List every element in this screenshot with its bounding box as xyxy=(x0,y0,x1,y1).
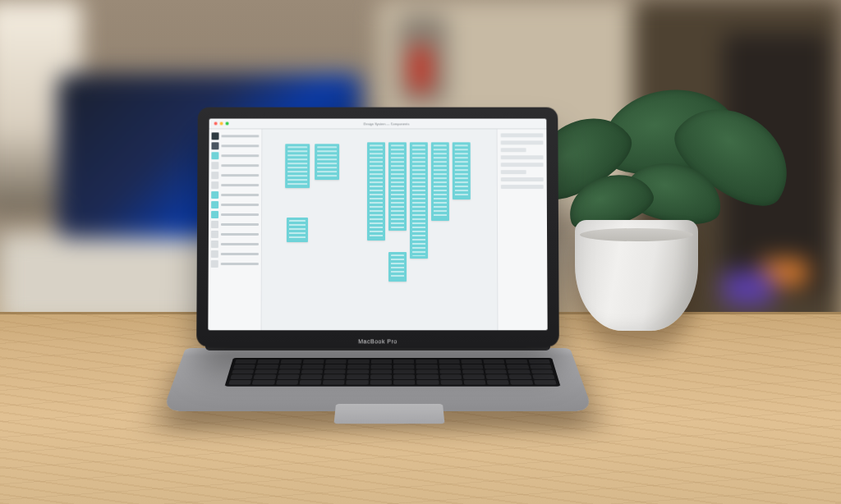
swatch-icon xyxy=(211,241,218,248)
swatch-icon xyxy=(211,162,218,169)
maximize-icon xyxy=(226,121,229,125)
sidebar-item-label xyxy=(221,204,259,206)
swatch-icon xyxy=(211,260,218,268)
sidebar-item xyxy=(211,201,259,208)
artboard xyxy=(285,144,310,188)
sidebar-item xyxy=(211,142,259,149)
trackpad xyxy=(334,404,445,424)
inspector-row xyxy=(501,177,544,181)
sidebar-item xyxy=(211,162,259,169)
keyboard xyxy=(224,358,560,387)
swatch-icon xyxy=(212,132,219,140)
sidebar-item-label xyxy=(221,184,259,186)
laptop: Design System — Components MacBook Pro xyxy=(197,107,558,468)
artboard xyxy=(287,218,308,242)
sidebar-item xyxy=(211,250,259,258)
swatch-icon xyxy=(211,172,218,179)
window-title: Design System — Components xyxy=(232,121,542,126)
artboard xyxy=(315,144,339,180)
laptop-brand-text: MacBook Pro xyxy=(196,338,559,344)
swatch-icon xyxy=(211,201,218,208)
artboard xyxy=(388,252,407,282)
inspector-row xyxy=(501,185,544,189)
sidebar-item-label xyxy=(221,263,259,265)
design-app-window: Design System — Components xyxy=(208,119,547,331)
sidebar-item-label xyxy=(221,243,259,245)
sidebar-item-label xyxy=(221,233,259,236)
inspector-row xyxy=(501,133,544,137)
artboard xyxy=(453,142,471,199)
sidebar-item-label xyxy=(221,253,259,255)
inspector-row xyxy=(501,163,544,167)
close-icon xyxy=(214,121,218,125)
minimize-icon xyxy=(220,121,223,125)
sidebar-item xyxy=(211,181,259,189)
swatch-icon xyxy=(211,142,218,149)
swatch-icon xyxy=(211,221,218,228)
sidebar-item xyxy=(211,221,259,228)
artboard xyxy=(388,142,407,231)
sidebar-item-label xyxy=(221,164,259,167)
inspector-row xyxy=(501,148,526,152)
inspector-row xyxy=(501,140,544,144)
artboard xyxy=(410,142,428,259)
inspector-row xyxy=(501,170,526,174)
artboard xyxy=(431,142,449,221)
sidebar-item-label xyxy=(221,144,259,147)
sidebar-item xyxy=(212,132,260,140)
inspector-panel xyxy=(497,129,548,330)
sidebar-item xyxy=(211,241,259,248)
swatch-icon xyxy=(211,152,218,159)
swatch-icon xyxy=(211,181,218,189)
layers-sidebar xyxy=(208,129,262,330)
canvas xyxy=(262,129,498,330)
inspector-row xyxy=(501,155,544,159)
artboard xyxy=(367,142,385,241)
swatch-icon xyxy=(211,231,218,238)
swatch-icon xyxy=(211,250,218,258)
sidebar-item xyxy=(211,260,259,268)
sidebar-item xyxy=(211,191,259,199)
sidebar-item-label xyxy=(221,154,259,157)
sidebar-item xyxy=(211,211,259,218)
sidebar-item-label xyxy=(221,194,259,196)
swatch-icon xyxy=(211,211,218,218)
sidebar-item-label xyxy=(221,223,259,226)
sidebar-item xyxy=(211,172,259,179)
laptop-display: Design System — Components xyxy=(208,119,547,331)
sidebar-item-label xyxy=(221,174,259,176)
sidebar-item-label xyxy=(221,213,259,216)
laptop-screen-bezel: Design System — Components MacBook Pro xyxy=(196,108,559,347)
photo-scene: Design System — Components MacBook Pro xyxy=(0,0,841,504)
swatch-icon xyxy=(211,191,218,199)
sidebar-item-label xyxy=(222,135,260,137)
sidebar-item xyxy=(211,231,259,238)
titlebar: Design System — Components xyxy=(209,119,547,130)
sidebar-item xyxy=(211,152,259,159)
plant-pot xyxy=(575,220,698,331)
